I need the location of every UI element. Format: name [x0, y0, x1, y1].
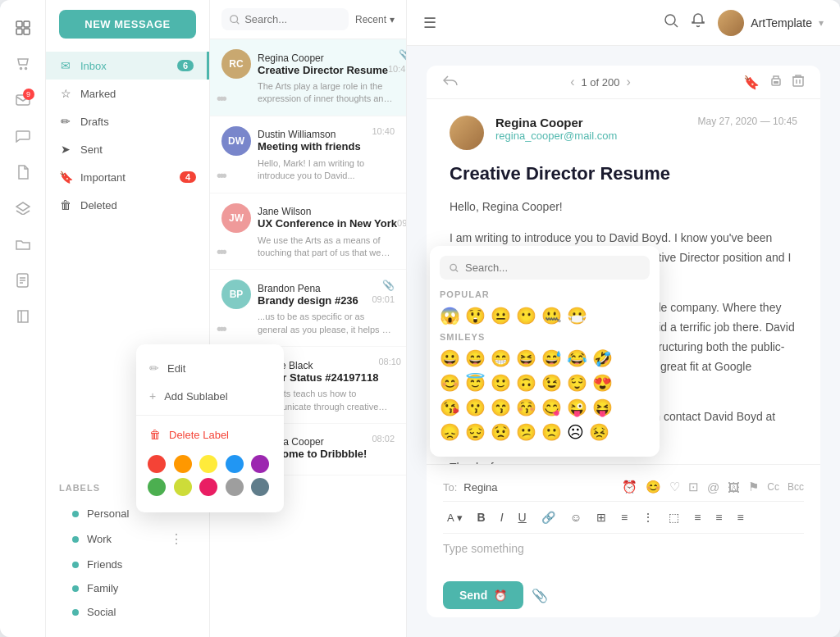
cc-button[interactable]: Cc [767, 481, 779, 493]
emoji-grin[interactable]: 😀 [440, 348, 460, 368]
underline-btn[interactable]: U [514, 508, 531, 526]
sidebar-item-deleted[interactable]: 🗑 Deleted [46, 191, 209, 219]
color-purple[interactable] [251, 455, 269, 473]
recent-filter[interactable]: Recent ▾ [355, 14, 395, 25]
emoji-kiss-close[interactable]: 😚 [516, 398, 536, 417]
emoji-beam[interactable]: 😁 [491, 348, 511, 368]
compose-attach-icon[interactable]: 📎 [532, 588, 548, 603]
label-friends[interactable]: Friends [59, 553, 196, 576]
emoji-wink-tongue[interactable]: 😜 [567, 398, 587, 417]
emoji-relieved[interactable]: 😌 [567, 373, 587, 393]
clock-icon[interactable]: ⏰ [622, 480, 637, 494]
mail-item[interactable]: JW Jane Wilson UX Conference in New York… [210, 193, 406, 271]
emoji-halo[interactable]: 😇 [465, 373, 486, 393]
chat-icon[interactable] [8, 121, 38, 151]
list-ol-btn[interactable]: ⋮ [638, 508, 658, 526]
emoji-upside[interactable]: 🙃 [516, 373, 536, 393]
emoji-wink[interactable]: 😉 [541, 373, 562, 393]
emoji-worried[interactable]: 😟 [491, 422, 511, 442]
to-value[interactable]: Regina [463, 481, 615, 494]
mail-icon[interactable]: 9 [8, 85, 38, 115]
label-social[interactable]: Social [59, 600, 196, 624]
emoji-wow[interactable]: 😲 [465, 306, 486, 325]
align-left-btn[interactable]: ⬚ [664, 508, 683, 526]
bold-btn[interactable]: B [473, 508, 490, 526]
print-icon[interactable] [769, 74, 783, 90]
sidebar-item-important[interactable]: 🔖 Important 4 [46, 163, 209, 191]
search-input[interactable] [244, 13, 340, 25]
shop-icon[interactable] [8, 49, 38, 79]
context-delete[interactable]: 🗑 Delete Label [136, 421, 284, 448]
grid-icon[interactable] [8, 13, 38, 43]
folder-icon[interactable] [8, 230, 38, 259]
more-dots-icon[interactable]: ••• [217, 90, 225, 107]
delete-email-icon[interactable] [792, 74, 804, 90]
emoji-laugh[interactable]: 😆 [516, 348, 536, 368]
context-add-sublabel[interactable]: + Add Sublabel [136, 382, 284, 410]
mail-item[interactable]: DW Dustin Williamson Meeting with friend… [210, 116, 406, 193]
color-blue[interactable] [226, 455, 244, 473]
emoji-format-btn[interactable]: ☺ [566, 508, 586, 526]
emoji-search-box[interactable] [440, 256, 650, 280]
emoji-neutral[interactable]: 😐 [491, 306, 511, 325]
emoji-frown[interactable]: 🙁 [541, 422, 562, 442]
reply-icon[interactable] [443, 75, 458, 89]
label-family[interactable]: Family [59, 576, 196, 600]
bell-icon[interactable] [692, 13, 705, 32]
emoji-mask[interactable]: 😷 [567, 306, 587, 325]
sidebar-item-sent[interactable]: ➤ Sent [46, 135, 209, 163]
color-green[interactable] [148, 478, 166, 496]
color-lime[interactable] [174, 478, 192, 496]
search-topbar-icon[interactable] [664, 13, 678, 32]
bcc-button[interactable]: Bcc [788, 481, 804, 493]
bookmark-icon[interactable]: 🔖 [743, 75, 760, 90]
emoji-smile[interactable]: 😄 [465, 348, 486, 368]
new-message-button[interactable]: NEW MESSAGE [59, 10, 196, 39]
emoji-joy[interactable]: 😂 [567, 348, 587, 368]
table-btn[interactable]: ⊞ [592, 508, 610, 526]
more-dots-icon[interactable]: ••• [217, 243, 225, 261]
more-dots-icon[interactable]: ••• [217, 167, 225, 184]
layers-icon[interactable] [8, 193, 38, 223]
mail-item[interactable]: BP Brandon Pena Brandy design #236 📎 09:… [210, 270, 406, 347]
emoji-squint-tongue[interactable]: 😝 [592, 398, 613, 417]
color-red[interactable] [148, 455, 166, 473]
link-btn[interactable]: 🔗 [537, 508, 559, 526]
emoji-confused[interactable]: 😕 [516, 422, 536, 442]
color-bluegray[interactable] [251, 478, 269, 496]
sidebar-item-drafts[interactable]: ✏ Drafts [46, 107, 209, 135]
flag-icon[interactable]: ⚑ [748, 480, 759, 494]
more-dots-icon[interactable]: ••• [217, 321, 225, 338]
emoji-blank[interactable]: 😶 [516, 306, 536, 325]
sidebar-item-marked[interactable]: ☆ Marked [46, 80, 209, 107]
more-format-btn[interactable]: ≡ [733, 508, 748, 526]
emoji-search-input[interactable] [465, 262, 640, 274]
emoji-frown-deep[interactable]: ☹ [567, 422, 584, 442]
doc-icon[interactable] [8, 266, 38, 295]
emoji-blush[interactable]: 😊 [440, 373, 460, 393]
emoji-kiss-smile[interactable]: 😙 [491, 398, 511, 417]
italic-btn[interactable]: I [496, 508, 508, 526]
emoji-yum[interactable]: 😋 [541, 398, 562, 417]
image-icon[interactable]: 🖼 [728, 480, 740, 494]
at-icon[interactable]: @ [707, 480, 719, 494]
color-yellow[interactable] [199, 455, 217, 473]
color-pink[interactable] [199, 478, 217, 496]
send-button[interactable]: Send ⏰ [443, 581, 523, 609]
list-btn[interactable]: ≡ [617, 508, 632, 526]
prev-email-icon[interactable]: ‹ [570, 75, 574, 89]
user-menu[interactable]: ArtTemplate ▾ [718, 10, 824, 36]
label-work[interactable]: Work ⋮ [59, 526, 196, 553]
align-center-btn[interactable]: ≡ [690, 508, 705, 526]
font-select[interactable]: A ▾ [443, 509, 467, 526]
color-gray[interactable] [226, 478, 244, 496]
emoji-persevere[interactable]: 😣 [589, 422, 609, 442]
emoji-kiss-heart[interactable]: 😘 [440, 398, 460, 417]
next-email-icon[interactable]: › [627, 75, 631, 89]
heart-icon[interactable]: ♡ [669, 480, 680, 494]
file-icon[interactable] [8, 157, 38, 187]
book-icon[interactable] [8, 302, 38, 331]
emoji-sweat[interactable]: 😅 [541, 348, 562, 368]
emoji-pensive[interactable]: 😔 [465, 422, 486, 442]
emoji-rofl[interactable]: 🤣 [592, 348, 613, 368]
